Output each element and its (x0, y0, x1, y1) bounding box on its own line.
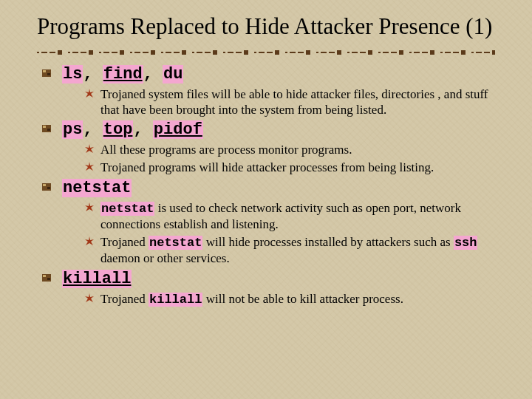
text-run: du (163, 65, 183, 83)
text-run: Trojaned programs will hide attacker pro… (100, 160, 434, 174)
sub-item-text: Trojaned programs will hide attacker pro… (100, 160, 434, 174)
text-run: ssh (454, 236, 478, 250)
page-title: Programs Replaced to Hide Attacker Prese… (37, 13, 502, 40)
sub-item-text: All these programs are process monitor p… (100, 143, 352, 157)
sub-list-item: Trojaned killall will not be able to kil… (84, 291, 502, 307)
text-run: Trojaned (100, 235, 149, 249)
square-bullet-icon (41, 124, 53, 134)
text-run: netstat (100, 202, 154, 216)
square-bullet-icon (41, 183, 53, 193)
sub-list-item: Trojaned system files will be able to hi… (84, 86, 502, 118)
item-header: ps, top, pidof (62, 120, 502, 139)
text-run: , (83, 120, 102, 139)
sub-list: netstat is used to check network activit… (62, 200, 502, 267)
sub-list-item: netstat is used to check network activit… (84, 200, 502, 233)
svg-rect-6 (43, 70, 46, 72)
square-bullet-icon (41, 69, 53, 79)
text-run: will not be able to kill attacker proces… (202, 292, 403, 306)
text-run: , (133, 120, 152, 139)
svg-rect-4 (37, 50, 495, 55)
star-bullet-icon (84, 236, 95, 247)
sub-list-item: Trojaned netstat will hide processes ins… (84, 234, 502, 267)
svg-rect-12 (43, 184, 46, 186)
svg-rect-9 (43, 126, 46, 128)
text-run: ls (62, 65, 83, 83)
divider-line-icon (37, 50, 495, 55)
star-bullet-icon (84, 202, 95, 213)
sub-list-item: All these programs are process monitor p… (84, 142, 502, 157)
text-run: top (103, 120, 134, 139)
text-run: All these programs are process monitor p… (100, 143, 352, 157)
text-run: Trojaned system files will be able to hi… (100, 87, 488, 117)
text-run: is used to check network activity such a… (100, 201, 461, 231)
item-header: killall (62, 270, 502, 288)
text-run: ps (62, 120, 83, 139)
square-bullet-icon (41, 273, 53, 284)
text-run: Trojaned (100, 292, 149, 306)
text-run: netstat (149, 236, 202, 250)
svg-rect-13 (47, 187, 50, 189)
sub-item-text: Trojaned system files will be able to hi… (100, 87, 488, 117)
svg-rect-16 (47, 278, 50, 280)
star-bullet-icon (84, 89, 95, 99)
svg-rect-15 (43, 275, 46, 277)
text-run: will hide processes installed by attacke… (202, 235, 453, 249)
item-header: netstat (62, 179, 502, 197)
list-item: killallTrojaned killall will not be able… (41, 270, 502, 307)
list-item: netstatnetstat is used to check network … (41, 179, 502, 267)
text-run: netstat (62, 179, 132, 197)
content-list: ls, find, duTrojaned system files will b… (37, 65, 502, 307)
text-run: daemon or other services. (100, 251, 230, 265)
divider (37, 50, 502, 55)
text-run: killall (149, 293, 202, 307)
sub-list: Trojaned killall will not be able to kil… (62, 291, 502, 307)
sub-item-text: Trojaned netstat will hide processes ins… (100, 235, 477, 265)
star-bullet-icon (84, 162, 95, 172)
sub-list: Trojaned system files will be able to hi… (62, 86, 502, 118)
item-header: ls, find, du (62, 65, 502, 83)
text-run: pidof (153, 120, 203, 139)
sub-item-text: Trojaned killall will not be able to kil… (100, 292, 403, 306)
star-bullet-icon (84, 144, 95, 154)
text-run: , (143, 65, 163, 83)
sub-list: All these programs are process monitor p… (62, 142, 502, 176)
slide: Programs Replaced to Hide Attacker Prese… (0, 0, 532, 325)
list-item: ps, top, pidofAll these programs are pro… (41, 120, 502, 176)
text-run: find (103, 65, 143, 83)
svg-rect-10 (47, 129, 50, 131)
list-item: ls, find, duTrojaned system files will b… (41, 65, 502, 118)
sub-list-item: Trojaned programs will hide attacker pro… (84, 160, 502, 175)
sub-item-text: netstat is used to check network activit… (100, 201, 461, 231)
text-run: killall (62, 270, 132, 288)
svg-rect-7 (47, 73, 50, 75)
star-bullet-icon (84, 293, 95, 304)
text-run: , (83, 65, 102, 83)
